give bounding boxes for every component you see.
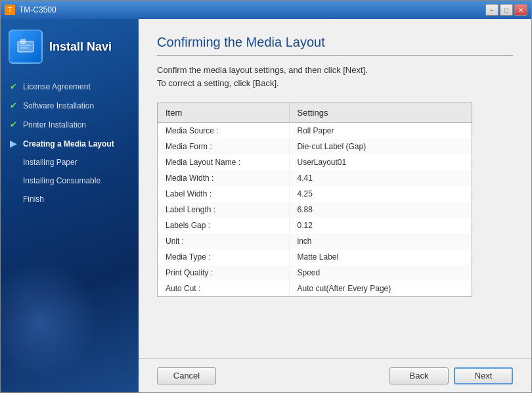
cancel-btn-wrapper: Cancel <box>157 367 216 384</box>
item-label: Media Type : <box>158 249 289 265</box>
table-row: Label Length : 6.88 <box>158 202 472 218</box>
sidebar-item-media[interactable]: ▶ Creating a Media Layout <box>1 134 139 153</box>
sidebar-label-license: License Agreement <box>23 82 91 91</box>
item-value: 6.88 <box>289 202 472 218</box>
table-row: Media Layout Name : UserLayout01 <box>158 154 472 170</box>
item-value: UserLayout01 <box>289 154 472 170</box>
nav-buttons: Back Next <box>389 367 513 384</box>
check-icon: ✔ <box>10 101 19 110</box>
next-button[interactable]: Next <box>454 367 513 384</box>
sidebar-label-paper: Installing Paper <box>23 158 78 167</box>
table-row: Media Width : 4.41 <box>158 170 472 186</box>
item-label: Media Source : <box>158 123 289 139</box>
desc-line1: Confirm the media layout settings, and t… <box>157 65 368 75</box>
sidebar-item-printer[interactable]: ✔ Printer Installation <box>1 115 139 134</box>
item-label: Labels Gap : <box>158 218 289 233</box>
sidebar: Install Navi ✔ License Agreement ✔ Softw… <box>1 19 139 392</box>
page-description: Confirm the media layout settings, and t… <box>157 64 513 89</box>
item-label: Unit : <box>158 233 289 249</box>
sidebar-label-software: Software Installation <box>23 101 94 110</box>
content-area: Confirming the Media Layout Confirm the … <box>139 19 531 358</box>
table-row: Unit : inch <box>158 233 472 249</box>
main-window: T TM-C3500 − □ ✕ Install Navi <box>0 0 532 393</box>
item-label: Print Quality : <box>158 265 289 281</box>
item-value: Matte Label <box>289 249 472 265</box>
item-label: Label Length : <box>158 202 289 218</box>
page-title: Confirming the Media Layout <box>157 35 513 56</box>
item-label: Media Width : <box>158 170 289 186</box>
item-value: inch <box>289 233 472 249</box>
maximize-button[interactable]: □ <box>500 4 513 16</box>
sidebar-item-finish[interactable]: Finish <box>1 190 139 208</box>
sidebar-item-software[interactable]: ✔ Software Installation <box>1 96 139 115</box>
sidebar-label-consumable: Installing Consumable <box>23 176 100 185</box>
sidebar-item-paper[interactable]: Installing Paper <box>1 153 139 172</box>
item-label: Media Form : <box>158 139 289 154</box>
item-label: Media Layout Name : <box>158 154 289 170</box>
logo-icon <box>9 30 43 64</box>
item-value: Auto cut(After Every Page) <box>289 281 472 296</box>
item-value: Speed <box>289 265 472 281</box>
table-row: Labels Gap : 0.12 <box>158 218 472 233</box>
close-button[interactable]: ✕ <box>514 4 527 16</box>
window-title: TM-C3500 <box>19 5 56 14</box>
item-value: 4.41 <box>289 170 472 186</box>
logo-text: Install Navi <box>49 40 112 54</box>
minimize-button[interactable]: − <box>485 4 499 16</box>
sidebar-label-finish: Finish <box>23 195 44 204</box>
item-label: Auto Cut : <box>158 281 289 296</box>
item-value: Roll Paper <box>289 123 472 139</box>
table-row: Auto Cut : Auto cut(After Every Page) <box>158 281 472 296</box>
table-row: Media Form : Die-cut Label (Gap) <box>158 139 472 154</box>
item-label: Label Width : <box>158 186 289 202</box>
item-value: 4.25 <box>289 186 472 202</box>
title-bar: T TM-C3500 − □ ✕ <box>1 1 531 19</box>
bottom-bar: Cancel Back Next <box>139 358 531 392</box>
sidebar-item-consumable[interactable]: Installing Consumable <box>1 172 139 190</box>
title-bar-title: T TM-C3500 <box>5 5 56 15</box>
arrow-icon: ▶ <box>10 139 19 149</box>
col-header-settings: Settings <box>289 103 472 123</box>
app-icon: T <box>5 5 15 15</box>
item-value: Die-cut Label (Gap) <box>289 139 472 154</box>
table-row: Media Type : Matte Label <box>158 249 472 265</box>
table-row: Media Source : Roll Paper <box>158 123 472 139</box>
check-icon: ✔ <box>10 81 19 91</box>
table-row: Label Width : 4.25 <box>158 186 472 202</box>
sidebar-item-license[interactable]: ✔ License Agreement <box>1 77 139 96</box>
main-content: Install Navi ✔ License Agreement ✔ Softw… <box>1 19 531 392</box>
check-icon: ✔ <box>10 120 19 129</box>
sidebar-label-media: Creating a Media Layout <box>23 139 114 149</box>
settings-table: Item Settings Media Source : Roll Paper … <box>157 103 472 297</box>
sidebar-logo: Install Navi <box>1 19 139 77</box>
item-value: 0.12 <box>289 218 472 233</box>
col-header-item: Item <box>158 103 289 123</box>
table-row: Print Quality : Speed <box>158 265 472 281</box>
desc-line2: To correct a setting, click [Back]. <box>157 78 279 88</box>
right-panel: Confirming the Media Layout Confirm the … <box>139 19 531 392</box>
window-controls: − □ ✕ <box>485 4 527 16</box>
svg-rect-1 <box>20 39 26 44</box>
cancel-button[interactable]: Cancel <box>157 367 216 384</box>
back-button[interactable]: Back <box>389 367 449 384</box>
sidebar-label-printer: Printer Installation <box>23 120 86 129</box>
